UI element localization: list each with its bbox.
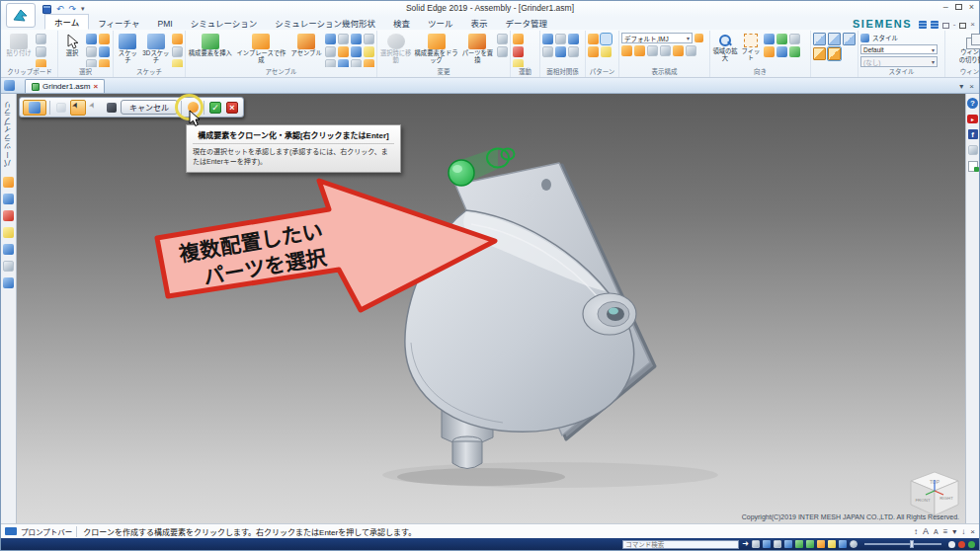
status-close-icon[interactable]: × [970, 527, 975, 536]
display-config-save-icon[interactable] [694, 34, 703, 42]
minimize-button[interactable]: – [943, 2, 948, 12]
orient-icon-4[interactable] [764, 46, 775, 57]
select-step-button[interactable] [70, 100, 86, 116]
face-relation-icon-5[interactable] [555, 46, 566, 57]
tab-simulation-geometry[interactable]: シミュレーション幾何形状 [266, 16, 384, 30]
display-icon-2[interactable] [634, 45, 645, 56]
pattern-icon-2[interactable] [601, 34, 612, 44]
display-icon-6[interactable] [686, 45, 696, 56]
ribbon-close-icon[interactable]: × [970, 20, 975, 29]
panel-icon-3[interactable] [3, 210, 14, 221]
release-notes-icon[interactable] [968, 161, 978, 172]
close-button[interactable]: × [969, 2, 974, 12]
document-tab-grinder1[interactable]: Grinder1.asm × [25, 79, 105, 93]
panel-icon-1[interactable] [3, 177, 14, 188]
3d-model-scene[interactable]: 複数配置したい パーツを選択 TOP FRONT RIGHT [17, 94, 967, 523]
display-icon-1[interactable] [621, 45, 632, 56]
youtube-icon[interactable]: ▸ [967, 115, 978, 123]
restore-button[interactable] [955, 4, 962, 10]
paste-options-icon[interactable] [36, 59, 46, 67]
relation-icon-1[interactable] [325, 34, 336, 44]
cancel-button[interactable]: キャンセル [121, 100, 178, 115]
ribbon-minimize-icon[interactable]: - [953, 20, 956, 29]
relation-icon-6[interactable] [338, 46, 349, 57]
tab-data-management[interactable]: データ管理 [497, 16, 557, 30]
status-pin-icon[interactable]: ↓ [961, 527, 965, 536]
fit-button[interactable]: フィット [740, 32, 762, 62]
face-relation-icon-3[interactable] [568, 34, 579, 44]
relation-icon-7[interactable] [351, 46, 362, 57]
zoom-slider-knob[interactable] [910, 540, 914, 548]
tab-simulation[interactable]: シミュレーション [182, 16, 267, 30]
tab-list-dropdown-icon[interactable]: ▾ [959, 82, 963, 91]
style-dropdown[interactable]: Default▾ [860, 44, 938, 54]
zoom-in-icon[interactable] [948, 541, 955, 548]
search-go-icon[interactable]: ➜ [742, 540, 749, 548]
display-icon-5[interactable] [673, 45, 684, 56]
panel-icon-5[interactable] [3, 244, 14, 255]
assemble-button[interactable]: アセンブル [289, 32, 323, 57]
orient-icon-3[interactable] [789, 34, 800, 44]
select-options-icon[interactable] [99, 34, 110, 44]
zoom-area-tool-icon[interactable] [774, 540, 781, 548]
record-icon[interactable] [958, 541, 965, 548]
display-icon-3[interactable] [647, 45, 658, 56]
select-filter-icon[interactable] [86, 34, 97, 44]
orient-icon-1[interactable] [764, 34, 775, 44]
help-panel-icon[interactable] [942, 23, 949, 29]
panel-icon-2[interactable] [3, 194, 14, 204]
resize-text-icon[interactable]: ↕ [914, 527, 918, 536]
deselect-step-button[interactable] [87, 100, 103, 116]
library-panel-icon[interactable] [4, 80, 15, 91]
community-icon[interactable] [919, 21, 927, 29]
parts-library-tab[interactable]: パーツライブラリ [3, 100, 14, 167]
pattern-icon-3[interactable] [588, 46, 599, 57]
relation-icon-3[interactable] [351, 34, 362, 44]
window-layout-icon[interactable] [839, 540, 847, 548]
replace-part-button[interactable]: パーツを置換 [460, 32, 495, 64]
face-relation-icon-1[interactable] [542, 34, 553, 44]
switch-windows-button[interactable]: ウィンドウ の切り替え▾ [953, 32, 980, 64]
viewstyle-icon-1[interactable] [752, 540, 760, 548]
insert-component-button[interactable]: 構成要素を挿入 [188, 32, 233, 57]
sketch-button[interactable]: スケッチ [116, 32, 140, 64]
feedback-icon[interactable] [968, 145, 978, 155]
select-clear-icon[interactable] [86, 46, 97, 57]
tab-view[interactable]: 表示 [462, 16, 497, 30]
paste-button[interactable]: 貼り付け [4, 32, 34, 57]
accept-button[interactable]: ✓ [207, 100, 223, 116]
ribbon-restore-icon[interactable] [959, 23, 966, 29]
tab-tools[interactable]: ツール [419, 16, 462, 30]
motion-icon-2[interactable] [513, 46, 524, 57]
relation-icon-11[interactable] [351, 59, 362, 67]
display-config-dropdown[interactable]: デフォルト,IMJ▾ [621, 33, 693, 43]
view-styles-icon[interactable] [828, 540, 836, 548]
font-increase-icon[interactable]: A [923, 526, 929, 536]
sketch3d-button[interactable]: 3Dスケッチ [142, 32, 170, 64]
help-icon[interactable]: ? [967, 98, 978, 109]
relation-icon-9[interactable] [325, 59, 336, 67]
select-component-icon[interactable] [99, 59, 110, 67]
facebook-icon[interactable]: f [968, 129, 978, 139]
face-relation-icon-2[interactable] [555, 34, 566, 44]
panel-icon-4[interactable] [3, 227, 14, 238]
select-box-icon[interactable] [86, 59, 97, 67]
cut-icon[interactable] [36, 34, 46, 44]
pattern-icon-1[interactable] [588, 34, 599, 44]
view-hidden-edge-icon[interactable] [828, 33, 841, 45]
tab-feature[interactable]: フィーチャ [89, 16, 148, 30]
style-secondary-dropdown[interactable]: (なし)▾ [860, 56, 938, 67]
drag-component-button[interactable]: 構成要素をドラッグ [414, 32, 457, 64]
tab-inspect[interactable]: 検査 [384, 16, 419, 30]
common-views-icon[interactable] [817, 540, 825, 548]
rotate-tool-icon[interactable] [806, 540, 814, 548]
relation-icon-2[interactable] [338, 34, 349, 44]
relation-icon-12[interactable] [364, 59, 374, 67]
face-relation-icon-4[interactable] [542, 46, 553, 57]
reject-button[interactable]: × [224, 100, 240, 116]
create-in-place-button[interactable]: インプレースで作成 [235, 32, 288, 64]
view-cube[interactable]: TOP FRONT RIGHT [911, 472, 958, 515]
pan-tool-icon[interactable] [795, 540, 803, 548]
side-boss[interactable] [583, 293, 636, 335]
display-icon-4[interactable] [660, 45, 671, 56]
